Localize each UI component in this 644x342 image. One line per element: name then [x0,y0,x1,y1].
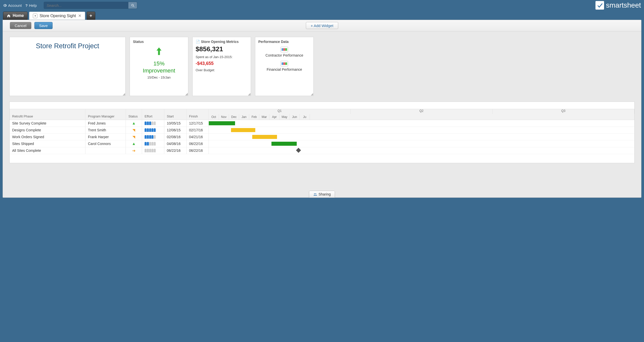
tab-add[interactable]: + [87,12,95,20]
resize-handle[interactable] [311,93,313,95]
resize-handle[interactable] [248,93,250,95]
gantt-cell[interactable]: Frank Harper [85,134,126,140]
milestone-diamond-icon[interactable] [296,148,301,153]
tab-close-icon[interactable]: ✕ [78,13,81,18]
gantt-row[interactable] [209,134,634,140]
gantt-bar[interactable] [209,121,235,125]
perf-link-2[interactable]: Financial Performance [255,67,313,71]
gantt-cell[interactable]: ◥ [126,127,142,134]
search-input[interactable] [44,3,128,8]
gantt-cell[interactable]: Site Survey Complete [10,120,85,127]
tab-home-label: Home [13,13,24,18]
status-percent: 15% [153,60,165,67]
home-icon [7,14,11,18]
metrics-over-amount: -$43,655 [196,61,248,66]
gantt-row[interactable] [209,140,634,147]
gantt-cell[interactable]: 06/22/16 [187,147,209,154]
svg-point-3 [315,193,316,194]
gantt-cell[interactable]: Sites Shipped [10,140,85,147]
gantt-header-status: Status [126,109,142,120]
logo-mark-icon [595,1,604,10]
gantt-header-finish: Finish [187,109,209,120]
status-label: Improvement [143,67,175,74]
tab-home[interactable]: Home [3,12,28,20]
arrow-up-icon [130,47,188,59]
resize-handle[interactable] [185,93,188,95]
help-label: Help [29,3,37,8]
brand-text: smartsheet [606,1,641,9]
gantt-cell[interactable]: Work Orders Signed [10,134,85,140]
tab-active[interactable]: ▾ Store Opening Sight ✕ [29,12,85,20]
gantt-cell[interactable] [85,147,126,154]
month-label: Dec [229,114,239,120]
status-header: Status [130,37,188,45]
gantt-cell[interactable]: Carol Connors [85,140,126,147]
save-button[interactable]: Save [34,22,53,29]
metrics-sub2: Over Budget: [196,68,248,72]
metrics-sub1: Spent as of Jan-15-2015: [196,55,248,59]
gantt-cell[interactable]: 02/08/16 [164,134,186,140]
gantt-cell[interactable]: ▲ [126,120,142,127]
title-widget[interactable]: Store Retrofit Project [9,37,126,96]
sharing-button[interactable]: Sharing [309,191,335,198]
gantt-cell[interactable]: 06/22/16 [187,140,209,147]
quarter-label: Q3 [493,109,634,114]
svg-point-2 [314,193,315,194]
gantt-timeline: Q1Q2Q3OctNovDecJanFebMarAprMayJunJu [209,109,634,154]
gantt-cell[interactable]: 06/22/16 [164,147,186,154]
gantt-header-phase: Retrofit Phase [10,109,85,120]
gantt-cell[interactable]: 10/05/15 [164,120,186,127]
month-label: Jan [239,114,249,120]
performance-widget[interactable]: Performance Data Contractor Performance … [255,37,314,96]
perf-link-1[interactable]: Contractor Performance [255,53,313,57]
gantt-cell[interactable] [142,134,164,140]
metrics-widget[interactable]: 📄 Store Opening Metrics $856,321 Spent a… [192,37,251,96]
gantt-cell[interactable]: 12/17/15 [187,120,209,127]
arrow-up-icon: ▲ [128,141,139,146]
gantt-cell[interactable] [142,120,164,127]
gantt-cell[interactable]: Designs Complete [10,127,85,134]
gantt-cell[interactable]: Trent Smith [85,127,126,134]
report-icon [281,61,288,66]
gantt-cell[interactable]: 04/21/16 [187,134,209,140]
help-link[interactable]: ? Help [25,3,37,8]
gantt-header-effort: Effort [142,109,164,120]
month-label: Feb [249,114,259,120]
effort-indicator [145,135,156,139]
gantt-bar[interactable] [252,135,277,139]
gantt-widget[interactable]: Retrofit PhaseSite Survey CompleteDesign… [9,102,635,163]
gantt-cell[interactable]: ➔ [126,147,142,154]
gantt-cell[interactable] [142,140,164,147]
month-label: Jun [290,114,300,120]
gantt-col-pm: Program ManagerFred JonesTrent SmithFran… [85,109,126,154]
gantt-cell[interactable]: Fred Jones [85,120,126,127]
gantt-row[interactable] [209,147,634,154]
gantt-col-phase: Retrofit PhaseSite Survey CompleteDesign… [10,109,85,154]
arrow-diag-icon: ◥ [128,135,139,139]
account-link[interactable]: Account [3,3,22,8]
month-label: Apr [269,114,280,120]
month-label: Mar [259,114,269,120]
gantt-cell[interactable]: 02/17/16 [187,127,209,134]
gantt-row[interactable] [209,127,634,134]
add-widget-button[interactable]: + Add Widget [306,22,338,29]
metrics-header: 📄 Store Opening Metrics [193,37,251,45]
search-button[interactable] [128,2,137,9]
gantt-row[interactable] [209,120,634,127]
sheet-icon: 📄 [196,40,200,44]
gantt-cell[interactable]: All Sites Complete [10,147,85,154]
gantt-cell[interactable]: 12/06/15 [164,127,186,134]
resize-handle[interactable] [123,93,125,95]
gantt-cell[interactable] [142,147,164,154]
tab-dropdown-icon[interactable]: ▾ [33,14,37,18]
gantt-cell[interactable]: ◥ [126,134,142,140]
gantt-bar[interactable] [271,142,297,146]
gantt-cell[interactable]: 04/08/16 [164,140,186,147]
gantt-bar[interactable] [231,128,255,132]
gantt-cell[interactable] [142,127,164,134]
status-widget[interactable]: Status 15% Improvement 15/Dec - 15/Jan [130,37,188,96]
tab-active-label: Store Opening Sight [39,14,76,18]
sharing-label: Sharing [318,192,331,196]
gantt-cell[interactable]: ▲ [126,140,142,147]
cancel-button[interactable]: Cancel [10,22,31,29]
